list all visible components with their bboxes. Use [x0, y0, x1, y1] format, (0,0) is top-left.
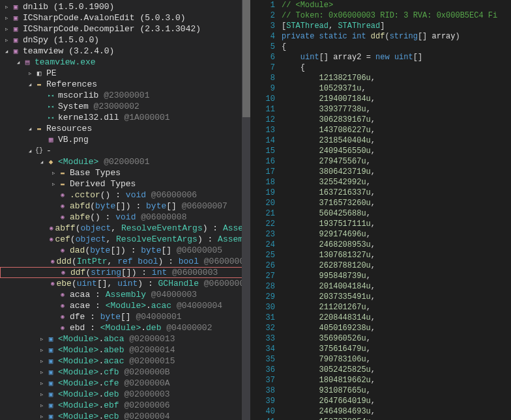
code-line[interactable]: 35 790783106u,: [250, 354, 511, 365]
assembly-explorer[interactable]: dnlib (1.5.0.1900)ICSharpCode.AvalonEdit…: [0, 0, 250, 420]
code-line[interactable]: 28 2014004184u,: [250, 281, 511, 292]
code-line[interactable]: 27 995848739u,: [250, 271, 511, 281]
code-line[interactable]: 13 1437086227u,: [250, 125, 511, 135]
code-line[interactable]: 23 929174696u,: [250, 229, 511, 240]
tree-item[interactable]: dfe : byte[] @04000001: [0, 311, 250, 322]
code-line[interactable]: 16 279475567u,: [250, 156, 511, 167]
tree-item[interactable]: ICSharpCode.AvalonEdit (5.0.3.0): [0, 12, 250, 23]
tree-item[interactable]: abff(object, ResolveEventArgs) : Assembl…: [0, 223, 250, 234]
tree-item[interactable]: abfd(byte[]) : byte[] @06000007: [0, 201, 250, 212]
code-line[interactable]: 29 2037335491u,: [250, 292, 511, 302]
code-line[interactable]: 3[STAThread, STAThread]: [250, 21, 511, 31]
tree-item[interactable]: .cctor() : void @06000006: [0, 189, 250, 201]
code-line[interactable]: 33 356960526u,: [250, 333, 511, 344]
code-line[interactable]: 17 3806423719u,: [250, 167, 511, 177]
tree-item[interactable]: <Module> @02000001: [0, 156, 250, 167]
tree-item[interactable]: VB.png: [0, 134, 250, 145]
tree-item[interactable]: dad(byte[]) : byte[] @06000005: [0, 245, 250, 256]
expand-arrow-icon[interactable]: [3, 36, 10, 44]
expand-arrow-icon[interactable]: [3, 48, 10, 55]
tree-item[interactable]: Base Types: [0, 167, 250, 178]
expand-arrow-icon[interactable]: [3, 3, 10, 11]
code-line[interactable]: 2// Token: 0x06000003 RID: 3 RVA: 0x000B…: [250, 10, 511, 21]
code-line[interactable]: 37 1804819662u,: [250, 375, 511, 385]
expand-arrow-icon[interactable]: [26, 70, 34, 77]
code-line[interactable]: 18 325542992u,: [250, 177, 511, 188]
tree-item[interactable]: dnSpy (1.5.0.0): [0, 35, 250, 46]
tree-item[interactable]: dnlib (1.5.0.1900): [0, 1, 250, 12]
expand-arrow-icon[interactable]: [3, 14, 10, 22]
expand-arrow-icon[interactable]: [3, 25, 10, 33]
expand-arrow-icon[interactable]: [38, 346, 46, 354]
tree-item[interactable]: ebe(uint[], uint) : GCHandle @06000001: [0, 278, 250, 289]
code-line[interactable]: 8 1213821706u,: [250, 73, 511, 83]
code-line[interactable]: 12 3062839167u,: [250, 115, 511, 125]
tree-item[interactable]: -: [0, 145, 250, 156]
code-line[interactable]: 10 2194007184u,: [250, 94, 511, 104]
tree-item[interactable]: acaa : Assembly @04000003: [0, 289, 250, 300]
code-line[interactable]: 6 uint[] array2 = new uint[]: [250, 52, 511, 63]
tree-item[interactable]: <Module>.abeb @02000014: [0, 344, 250, 356]
tree-item[interactable]: <Module>.cfe @0200000A: [0, 378, 250, 389]
expand-arrow-icon[interactable]: [38, 380, 46, 387]
expand-arrow-icon[interactable]: [26, 125, 34, 133]
tree-item[interactable]: <Module>.cfb @0200000B: [0, 367, 250, 378]
code-line[interactable]: 36 3052425825u,: [250, 365, 511, 375]
tree-item[interactable]: ddf(string[]) : int @06000003: [0, 267, 250, 278]
code-editor[interactable]: 1// <Module>2// Token: 0x06000003 RID: 3…: [250, 0, 511, 420]
tree-item[interactable]: abfe() : void @06000008: [0, 212, 250, 223]
expand-arrow-icon[interactable]: [26, 147, 34, 155]
tree-item[interactable]: mscorlib @23000001: [0, 90, 250, 101]
expand-arrow-icon[interactable]: [50, 180, 57, 188]
expand-arrow-icon[interactable]: [38, 335, 46, 343]
code-line[interactable]: 21 560425688u,: [250, 208, 511, 219]
tree-item[interactable]: <Module>.acac @02000015: [0, 356, 250, 367]
tree-item[interactable]: <Module>.deb @02000003: [0, 389, 250, 400]
code-line[interactable]: 7 {: [250, 63, 511, 73]
code-line[interactable]: 38 931087665u,: [250, 385, 511, 396]
code-line[interactable]: 9 10529371u,: [250, 83, 511, 94]
tree-item[interactable]: <Module>.ebf @02000006: [0, 400, 250, 411]
code-line[interactable]: 20 3716573260u,: [250, 198, 511, 208]
code-line[interactable]: 5{: [250, 42, 511, 52]
code-line[interactable]: 19 1637216337u,: [250, 188, 511, 198]
code-line[interactable]: 39 2647664019u,: [250, 396, 511, 406]
code-line[interactable]: 30 211201267u,: [250, 302, 511, 313]
tree-item[interactable]: Derived Types: [0, 178, 250, 189]
tree-item[interactable]: kernel32.dll @1A000001: [0, 112, 250, 123]
expand-arrow-icon[interactable]: [38, 357, 46, 365]
code-line[interactable]: 40 2464984693u,: [250, 406, 511, 417]
expand-arrow-icon[interactable]: [38, 413, 46, 421]
code-line[interactable]: 1// <Module>: [250, 0, 511, 10]
tree-item[interactable]: Resources: [0, 123, 250, 134]
code-line[interactable]: 31 2208448314u,: [250, 313, 511, 323]
tree-item[interactable]: ebd : <Module>.deb @04000002: [0, 322, 250, 333]
tree-item[interactable]: System @23000002: [0, 101, 250, 112]
code-line[interactable]: 34 375616479u,: [250, 344, 511, 354]
code-line[interactable]: 22 1937517111u,: [250, 219, 511, 229]
tree-item[interactable]: teamview (3.2.4.0): [0, 46, 250, 57]
tree-item[interactable]: <Module>.ecb @02000004: [0, 411, 250, 420]
tree-item[interactable]: PE: [0, 68, 250, 79]
expand-arrow-icon[interactable]: [38, 391, 46, 399]
code-line[interactable]: 14 2318540404u,: [250, 135, 511, 146]
expand-arrow-icon[interactable]: [50, 169, 57, 177]
code-line[interactable]: 4private static int ddf(string[] array): [250, 31, 511, 42]
expand-arrow-icon[interactable]: [38, 369, 46, 376]
tree-item[interactable]: <Module>.abca @02000013: [0, 333, 250, 344]
expand-arrow-icon[interactable]: [38, 158, 46, 166]
tree-scrollbar[interactable]: [242, 0, 250, 420]
tree-item[interactable]: References: [0, 79, 250, 90]
code-line[interactable]: 41 1527378954u,: [250, 417, 511, 420]
code-line[interactable]: 25 1307681327u,: [250, 250, 511, 260]
expand-arrow-icon[interactable]: [38, 402, 46, 410]
code-line[interactable]: 26 2628788120u,: [250, 260, 511, 271]
tree-item[interactable]: cef(object, ResolveEventArgs) : Assembly…: [0, 234, 250, 245]
code-line[interactable]: 32 4050169238u,: [250, 323, 511, 333]
tree-item[interactable]: ICSharpCode.Decompiler (2.3.1.3042): [0, 23, 250, 35]
expand-arrow-icon[interactable]: [14, 59, 22, 66]
code-line[interactable]: 15 2409456550u,: [250, 146, 511, 156]
tree-item[interactable]: teamview.exe: [0, 57, 250, 68]
expand-arrow-icon[interactable]: [26, 81, 34, 89]
code-line[interactable]: 24 2468208953u,: [250, 240, 511, 250]
